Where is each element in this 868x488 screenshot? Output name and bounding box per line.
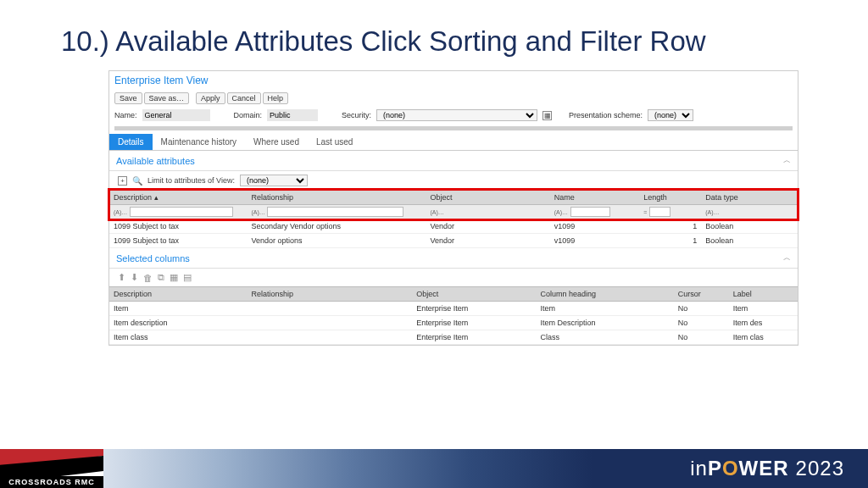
col-name[interactable]: Name <box>550 191 640 205</box>
scheme-select[interactable]: (none) <box>648 109 693 121</box>
col-label[interactable]: Label <box>729 287 798 302</box>
name-label: Name: <box>114 111 137 119</box>
col-description[interactable]: Description ▴ <box>109 191 247 205</box>
scheme-label: Presentation scheme: <box>569 111 643 119</box>
collapse-icon[interactable]: ︿ <box>783 155 791 166</box>
cancel-button[interactable]: Cancel <box>227 92 261 104</box>
tab-maintenance[interactable]: Maintenance history <box>153 134 246 150</box>
scrollbar-h[interactable] <box>114 126 793 130</box>
app-window: Enterprise Item View Save Save as… Apply… <box>108 70 798 346</box>
slide-footer: CROSSROADS RMC inPOWER2023 <box>0 449 868 488</box>
domain-field[interactable] <box>267 109 318 121</box>
col-object[interactable]: Object <box>426 191 550 205</box>
apply-button[interactable]: Apply <box>196 92 225 104</box>
available-attributes-header[interactable]: Available attributes ︿ <box>109 151 798 171</box>
search-icon[interactable]: 🔍 <box>132 176 142 186</box>
footer-gradient: inPOWER2023 <box>103 449 868 488</box>
view2-icon[interactable]: ▤ <box>183 272 192 283</box>
collapse-icon[interactable]: ︿ <box>783 252 791 263</box>
col-datatype[interactable]: Data type <box>701 191 798 205</box>
col-relationship[interactable]: Relationship <box>247 287 412 302</box>
filter-length[interactable] <box>649 207 670 217</box>
filter-datatype-hint: (A)… <box>705 209 719 215</box>
saveas-button[interactable]: Save as… <box>144 92 190 104</box>
delete-icon[interactable]: 🗑 <box>143 273 153 283</box>
limit-filter-bar: + 🔍 Limit to attributes of View: (none) <box>109 171 798 190</box>
selected-table: Description Relationship Object Column h… <box>109 286 798 345</box>
available-table: Description ▴ Relationship Object Name L… <box>109 190 798 219</box>
tab-last-used[interactable]: Last used <box>308 134 361 150</box>
table-row[interactable]: 1099 Subject to tax Vendor options Vendo… <box>109 234 798 248</box>
help-button[interactable]: Help <box>263 92 289 104</box>
filter-relationship[interactable] <box>267 207 403 217</box>
table-header-row: Description Relationship Object Column h… <box>109 287 798 302</box>
limit-label: Limit to attributes of View: <box>147 176 235 185</box>
filter-row: (A)… (A)… (A)… (A)… = (A)… <box>109 205 798 219</box>
selected-columns-header[interactable]: Selected columns ︿ <box>109 248 798 269</box>
table-header-row: Description ▴ Relationship Object Name L… <box>109 191 798 205</box>
col-relationship[interactable]: Relationship <box>247 191 426 205</box>
security-select[interactable]: (none) <box>376 109 537 121</box>
col-cursor[interactable]: Cursor <box>674 287 729 302</box>
col-object[interactable]: Object <box>412 287 536 302</box>
table-row[interactable]: ItemEnterprise ItemItemNoItem <box>109 302 798 316</box>
col-colheading[interactable]: Column heading <box>536 287 673 302</box>
view-icon[interactable]: ▦ <box>170 272 178 283</box>
save-button[interactable]: Save <box>114 92 142 104</box>
form-row: Name: Domain: Security: (none) ▦ Present… <box>109 107 798 126</box>
movedown-icon[interactable]: ⬇ <box>131 272 138 283</box>
header-filter-highlight: Description ▴ Relationship Object Name L… <box>109 190 798 219</box>
tab-bar: Details Maintenance history Where used L… <box>109 134 798 151</box>
moveup-icon[interactable]: ⬆ <box>118 272 125 283</box>
table-row[interactable]: Item descriptionEnterprise ItemItem Desc… <box>109 316 798 330</box>
crossroads-logo: CROSSROADS RMC <box>0 449 103 488</box>
inpower-brand: inPOWER2023 <box>690 457 844 480</box>
security-label: Security: <box>342 111 371 119</box>
col-description[interactable]: Description <box>109 287 247 302</box>
slide-title: 10.) Available Attributes Click Sorting … <box>0 0 868 70</box>
selected-toolbar: ⬆ ⬇ 🗑 ⧉ ▦ ▤ <box>109 269 798 286</box>
name-field[interactable] <box>142 109 210 121</box>
app-title: Enterprise Item View <box>109 71 798 90</box>
filter-object-hint: (A)… <box>431 209 444 215</box>
domain-label: Domain: <box>234 111 263 119</box>
table-row[interactable]: Item classEnterprise ItemClassNoItem cla… <box>109 330 798 345</box>
limit-select[interactable]: (none) <box>240 175 308 186</box>
available-attributes-title: Available attributes <box>116 156 195 166</box>
logo-text: CROSSROADS RMC <box>0 476 103 488</box>
tab-where-used[interactable]: Where used <box>245 134 308 150</box>
copy-icon[interactable]: ⧉ <box>158 272 164 283</box>
grid-icon[interactable]: ▦ <box>542 111 552 120</box>
tab-details[interactable]: Details <box>109 134 153 150</box>
filter-name[interactable] <box>570 207 611 217</box>
col-length[interactable]: Length <box>639 191 701 205</box>
available-table-body: 1099 Subject to tax Secondary Vendor opt… <box>109 219 798 248</box>
toolbar: Save Save as… Apply Cancel Help <box>109 90 798 107</box>
newdoc-icon[interactable]: + <box>118 176 127 186</box>
selected-columns-title: Selected columns <box>116 253 190 263</box>
table-row[interactable]: 1099 Subject to tax Secondary Vendor opt… <box>109 219 798 234</box>
filter-description[interactable] <box>130 207 233 217</box>
